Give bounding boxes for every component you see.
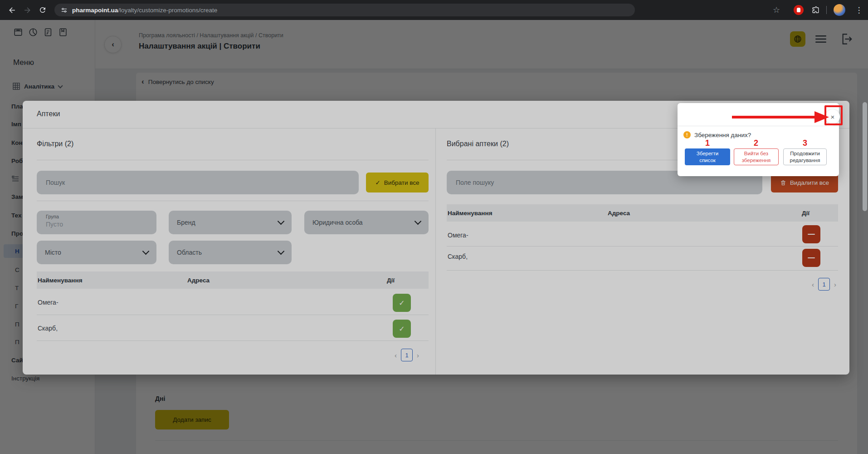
button-line1: Продовжити [790,151,820,156]
button-line2: редагування [790,158,820,163]
adblock-extension-icon[interactable] [794,5,804,15]
save-list-popup-button[interactable]: Зберегти список [685,148,730,165]
annotation-arrow [726,109,831,125]
extensions-button[interactable] [810,5,821,15]
annotation-number-1: 1 [705,138,710,148]
warning-icon: ! [683,131,691,138]
profile-avatar[interactable] [834,4,845,16]
browser-forward-button[interactable] [22,5,33,15]
annotation-highlight-box [824,105,843,125]
annotation-number-2: 2 [754,138,758,148]
puzzle-icon [811,6,820,15]
arrow-right-icon [23,6,32,15]
url-host: pharmapoint.ua [72,7,118,14]
star-icon: ☆ [773,6,780,14]
browser-menu-button[interactable]: ⋮ [853,5,864,15]
screenshot-root: pharmapoint.ua/loyalty/customize-promoti… [0,0,868,454]
bookmark-star-button[interactable]: ☆ [771,5,782,15]
popup-backdrop[interactable] [0,20,868,454]
button-line2: збереження [742,158,771,163]
kebab-icon: ⋮ [855,5,863,15]
reload-icon [39,6,47,14]
browser-reload-button[interactable] [37,5,48,15]
annotation-number-3: 3 [803,138,807,148]
browser-back-button[interactable] [6,5,17,15]
popup-divider [678,126,839,126]
button-line1: Вийти без [744,151,768,156]
site-settings-icon[interactable] [61,7,68,14]
warning-glyph: ! [686,133,688,138]
address-bar[interactable]: pharmapoint.ua/loyalty/customize-promoti… [54,4,635,16]
exit-without-saving-button[interactable]: Вийти без збереження [734,148,779,165]
scrollbar-thumb[interactable] [863,102,867,211]
continue-editing-button[interactable]: Продовжити редагування [783,148,827,165]
url-path: /loyalty/customize-promotions/create [118,7,217,14]
hand-glyph [797,8,800,12]
toolbar-divider [826,6,827,14]
button-line1: Зберегти [697,151,718,156]
browser-toolbar: pharmapoint.ua/loyalty/customize-promoti… [0,0,868,20]
popup-question: Збереження даних? [694,132,751,138]
button-line2: список [699,158,716,163]
arrow-left-icon [8,6,16,15]
